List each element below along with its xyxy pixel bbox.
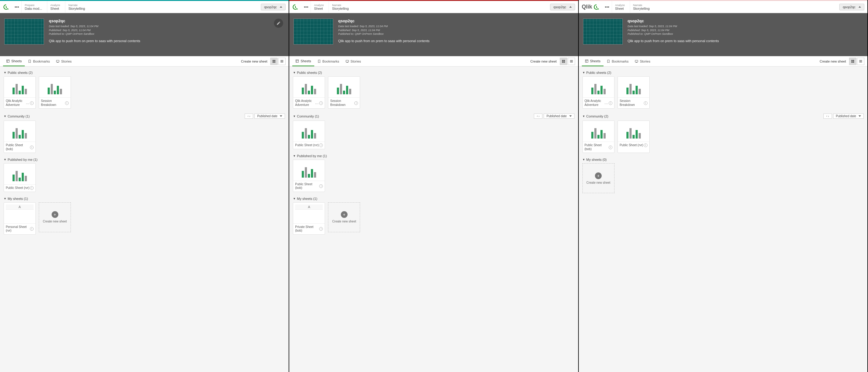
- info-icon[interactable]: i: [319, 184, 323, 188]
- sheet-card-footer: Session Breakdown i: [618, 97, 649, 108]
- sheet-card[interactable]: Qlik Analytic Adventure …i: [4, 76, 36, 109]
- app-dropdown[interactable]: qsop2qc: [550, 4, 575, 10]
- sheet-title: Session Breakdown: [330, 99, 354, 107]
- info-icon[interactable]: i: [65, 101, 69, 105]
- section-header[interactable]: ▼Public sheets (2): [583, 69, 864, 76]
- more-menu-icon[interactable]: •••: [602, 1, 612, 13]
- create-sheet-card[interactable]: + Create new sheet: [39, 202, 71, 232]
- qlik-logo-icon[interactable]: [0, 1, 12, 13]
- section-header[interactable]: ▼My sheets (1): [4, 195, 285, 202]
- info-icon[interactable]: i: [609, 145, 612, 149]
- info-icon[interactable]: i: [30, 145, 34, 149]
- list-view-button[interactable]: [278, 58, 285, 65]
- nav-item-analyze[interactable]: Analyze Sheet: [311, 1, 329, 13]
- section-header[interactable]: ▼Community (1) Published date: [4, 112, 285, 121]
- caret-down-icon: ▼: [293, 115, 296, 118]
- sort-button[interactable]: [245, 113, 253, 119]
- qlik-logo[interactable]: Qlik: [579, 1, 602, 13]
- edit-details-button[interactable]: [274, 19, 283, 28]
- info-icon[interactable]: i: [644, 143, 648, 147]
- sheet-card[interactable]: Public Sheet (bob) i: [293, 160, 325, 192]
- tab-stories[interactable]: Stories: [631, 56, 653, 66]
- app-dropdown[interactable]: qsop2qc: [839, 4, 864, 10]
- section-header[interactable]: ▼Community (1) Published date: [293, 112, 574, 121]
- more-menu-icon[interactable]: •••: [12, 1, 21, 13]
- sort-button[interactable]: [534, 113, 542, 119]
- create-sheet-link[interactable]: Create new sheet: [817, 58, 848, 64]
- section-header[interactable]: ▼Published by me (1): [293, 152, 574, 160]
- sheet-card-footer: Session Breakdown i: [39, 97, 70, 108]
- app-dropdown[interactable]: qsop2qc: [261, 4, 286, 10]
- tab-sheets[interactable]: Sheets: [3, 56, 25, 66]
- sheet-card[interactable]: Public Sheet (rvr) i: [618, 121, 650, 153]
- create-sheet-link[interactable]: Create new sheet: [528, 58, 559, 64]
- sheet-card[interactable]: Public Sheet (bob) i: [583, 121, 615, 153]
- section-header[interactable]: ▼My sheets (0): [583, 156, 864, 163]
- sheet-card[interactable]: Public Sheet (bob) i: [4, 121, 36, 153]
- list-view-button[interactable]: [857, 58, 864, 65]
- sort-field-dropdown[interactable]: Published date: [544, 113, 574, 119]
- qlik-logo-icon[interactable]: [289, 1, 302, 13]
- sheet-card[interactable]: Qlik Analytic Adventure …i: [293, 76, 325, 109]
- app-meta-loaded: Data last loaded: Sep 5, 2023, 11:04 PM: [628, 25, 719, 28]
- cards-row: Qlik Analytic Adventure …i Session Break…: [4, 76, 285, 109]
- sheet-card[interactable]: Qlik Analytic Adventure …i: [583, 76, 615, 109]
- section-header[interactable]: ▼Public sheets (2): [293, 69, 574, 76]
- more-menu-icon[interactable]: •••: [302, 1, 311, 13]
- caret-down-icon: ▼: [583, 158, 585, 161]
- more-icon[interactable]: …: [604, 101, 609, 105]
- info-icon[interactable]: i: [30, 101, 34, 105]
- info-icon[interactable]: i: [644, 101, 648, 105]
- sort-field-dropdown[interactable]: Published date: [833, 113, 864, 119]
- info-icon[interactable]: i: [30, 186, 34, 190]
- sheet-card[interactable]: Session Breakdown i: [39, 76, 71, 109]
- sheet-card[interactable]: A Private Sheet (bob) i: [293, 202, 325, 235]
- nav-item-analyze[interactable]: Analyze Sheet: [612, 1, 630, 13]
- sheet-card[interactable]: Public Sheet (rvr) i: [4, 163, 36, 192]
- sheet-card-footer: Qlik Analytic Adventure …i: [583, 97, 614, 108]
- tab-sheets[interactable]: Sheets: [292, 56, 314, 66]
- grid-view-button[interactable]: [560, 58, 567, 65]
- info-icon[interactable]: i: [30, 227, 34, 231]
- nav-item-prepare[interactable]: Prepare Data mod...: [21, 1, 47, 13]
- section-header[interactable]: ▼Public sheets (2): [4, 69, 285, 76]
- sheet-card[interactable]: A Personal Sheet (rvr) i: [4, 202, 36, 235]
- create-sheet-link[interactable]: Create new sheet: [239, 58, 270, 64]
- tab-stories[interactable]: Stories: [342, 56, 364, 66]
- info-icon[interactable]: i: [319, 101, 323, 105]
- nav-item-narrate[interactable]: Narrate Storytelling: [630, 1, 654, 13]
- grid-view-button[interactable]: [270, 58, 278, 65]
- section-header[interactable]: ▼Community (2) Published date: [583, 112, 864, 121]
- section-header[interactable]: ▼Published by me (1): [4, 156, 285, 163]
- nav-item-narrate[interactable]: Narrate Storytelling: [65, 1, 90, 13]
- tab-bookmarks[interactable]: Bookmarks: [603, 56, 631, 66]
- section-header[interactable]: ▼My sheets (1): [293, 195, 574, 202]
- nav-item-analyze[interactable]: Analyze Sheet: [47, 1, 65, 13]
- sort-button[interactable]: [824, 113, 832, 119]
- sort-field-dropdown[interactable]: Published date: [254, 113, 285, 119]
- sheet-card[interactable]: Session Breakdown i: [328, 76, 360, 109]
- info-icon[interactable]: i: [354, 101, 358, 105]
- info-icon[interactable]: i: [319, 227, 323, 231]
- tab-sheets[interactable]: Sheets: [582, 56, 603, 66]
- sheet-card-footer: Public Sheet (rvr) i: [618, 142, 649, 149]
- app-meta-loaded: Data last loaded: Sep 5, 2023, 11:04 PM: [49, 25, 140, 28]
- cards-row: Qlik Analytic Adventure …i Session Break…: [293, 76, 574, 109]
- svg-rect-12: [563, 60, 565, 61]
- sheet-card[interactable]: Public Sheet (rvr) i: [293, 121, 325, 149]
- info-icon[interactable]: i: [609, 101, 612, 105]
- sheet-thumbnail: [618, 77, 649, 97]
- tab-bookmarks[interactable]: Bookmarks: [314, 56, 342, 66]
- list-view-button[interactable]: [568, 58, 575, 65]
- create-sheet-card[interactable]: + Create new sheet: [328, 202, 360, 232]
- create-sheet-card[interactable]: + Create new sheet: [583, 163, 615, 193]
- grid-view-button[interactable]: [849, 58, 857, 65]
- app-thumbnail: [4, 19, 44, 44]
- more-icon[interactable]: …: [314, 101, 319, 105]
- sheet-card[interactable]: Session Breakdown i: [618, 76, 650, 109]
- more-icon[interactable]: …: [25, 101, 30, 105]
- info-icon[interactable]: i: [319, 143, 323, 147]
- tab-stories[interactable]: Stories: [53, 56, 74, 66]
- nav-item-narrate[interactable]: Narrate Storytelling: [329, 1, 353, 13]
- tab-bookmarks[interactable]: Bookmarks: [25, 56, 53, 66]
